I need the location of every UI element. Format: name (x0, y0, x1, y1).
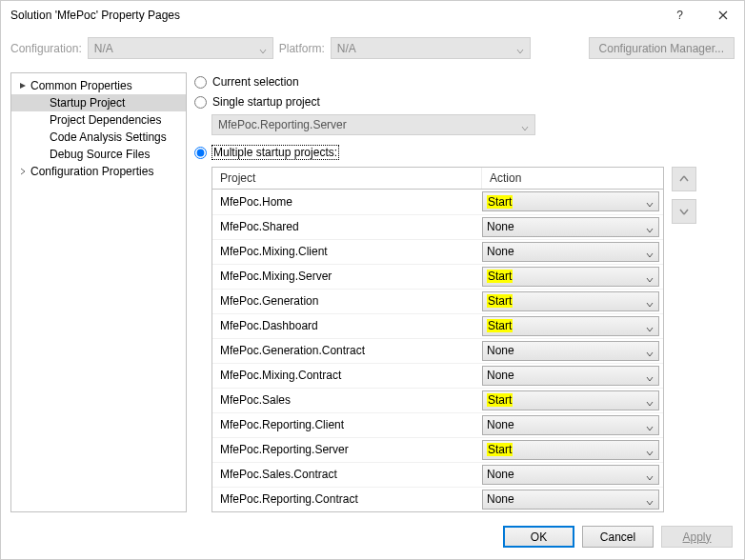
arrow-down-icon (679, 207, 689, 216)
radio-current-selection[interactable]: Current selection (194, 72, 735, 92)
project-name-cell: MfePoc.Sales (212, 393, 482, 407)
table-row[interactable]: MfePoc.Mixing.ClientNone (212, 239, 663, 264)
tree-item-configuration-properties[interactable]: Configuration Properties (11, 163, 186, 180)
radio-single-startup[interactable]: Single startup project (194, 92, 735, 112)
action-cell: None (482, 217, 663, 237)
action-value: None (487, 492, 514, 506)
action-value: None (487, 220, 514, 233)
action-combobox[interactable]: Start (482, 316, 659, 336)
action-combobox[interactable]: Start (482, 390, 659, 410)
window-title: Solution 'MfePoc' Property Pages (10, 9, 658, 22)
action-value: None (487, 418, 514, 431)
move-down-button (672, 199, 696, 224)
project-name-cell: MfePoc.Generation.Contract (212, 344, 482, 357)
action-combobox[interactable]: None (482, 366, 659, 386)
platform-value: N/A (337, 42, 356, 55)
chevron-down-icon (646, 348, 654, 361)
project-name-cell: MfePoc.Shared (212, 220, 482, 233)
action-value: Start (487, 393, 513, 407)
configuration-combobox: N/A (88, 37, 273, 59)
table-row[interactable]: MfePoc.GenerationStart (212, 289, 663, 313)
platform-combobox: N/A (331, 37, 531, 59)
expander-closed-icon[interactable] (17, 168, 29, 175)
action-combobox[interactable]: None (482, 415, 659, 435)
action-cell: Start (482, 191, 663, 211)
table-row[interactable]: MfePoc.SharedNone (212, 214, 663, 239)
table-header: Project Action (212, 168, 663, 190)
action-combobox[interactable]: Start (482, 440, 659, 460)
action-value: None (487, 468, 514, 481)
action-value: None (487, 245, 514, 258)
col-project[interactable]: Project (212, 168, 482, 189)
action-cell: None (482, 341, 663, 361)
titlebar: Solution 'MfePoc' Property Pages ? (1, 1, 744, 30)
configuration-manager-button: Configuration Manager... (589, 37, 735, 59)
table-row[interactable]: MfePoc.Mixing.ContractNone (212, 363, 663, 388)
table-row[interactable]: MfePoc.SalesStart (212, 388, 663, 412)
table-row[interactable]: MfePoc.Generation.ContractNone (212, 338, 663, 363)
table-row[interactable]: MfePoc.Reporting.ServerStart (212, 437, 663, 462)
action-cell: Start (482, 267, 663, 287)
tree-item-common-properties[interactable]: Common Properties (11, 77, 186, 94)
chevron-down-icon (646, 372, 654, 386)
platform-label: Platform: (279, 42, 325, 55)
content-panel: Current selection Single startup project… (194, 72, 735, 512)
action-combobox[interactable]: None (482, 242, 659, 262)
project-name-cell: MfePoc.Mixing.Client (212, 245, 482, 258)
configuration-label: Configuration: (10, 42, 82, 55)
chevron-down-icon (646, 471, 654, 485)
chevron-down-icon (646, 224, 654, 237)
tree-item-debug-source-files[interactable]: Debug Source Files (11, 146, 186, 163)
chevron-down-icon (516, 45, 524, 58)
project-name-cell: MfePoc.Reporting.Client (212, 418, 482, 431)
action-combobox[interactable]: None (482, 465, 659, 485)
radio-single-startup-input[interactable] (194, 96, 207, 109)
project-name-cell: MfePoc.Mixing.Server (212, 270, 482, 283)
chevron-down-icon (646, 298, 654, 311)
action-value: Start (487, 319, 513, 332)
close-button[interactable] (701, 1, 744, 30)
tree-item-project-dependencies[interactable]: Project Dependencies (11, 111, 186, 129)
action-combobox[interactable]: None (482, 341, 659, 361)
table-row[interactable]: MfePoc.Reporting.ClientNone (212, 412, 663, 437)
single-startup-combobox: MfePoc.Reporting.Server (211, 114, 535, 135)
table-row[interactable]: MfePoc.DashboardStart (212, 313, 663, 338)
tree-item-code-analysis-settings[interactable]: Code Analysis Settings (11, 129, 186, 146)
table-row[interactable]: MfePoc.Reporting.ContractNone (212, 487, 663, 511)
action-combobox[interactable]: Start (482, 267, 659, 287)
expander-open-icon[interactable] (17, 82, 29, 90)
table-row[interactable]: MfePoc.HomeStart (212, 190, 663, 214)
tree-item-startup-project[interactable]: Startup Project (11, 94, 186, 111)
ok-button[interactable]: OK (503, 526, 574, 548)
action-value: Start (487, 270, 513, 283)
action-combobox[interactable]: None (482, 217, 659, 237)
chevron-down-icon (646, 496, 654, 510)
action-value: None (487, 344, 514, 357)
nav-tree[interactable]: Common Properties Startup Project Projec… (10, 72, 187, 512)
action-combobox[interactable]: Start (482, 291, 659, 311)
action-combobox[interactable]: Start (482, 191, 659, 211)
chevron-down-icon (259, 45, 267, 58)
radio-multiple-startup[interactable]: Multiple startup projects: (194, 143, 735, 163)
chevron-down-icon (646, 273, 654, 287)
project-name-cell: MfePoc.Sales.Contract (212, 468, 482, 481)
table-row[interactable]: MfePoc.Sales.ContractNone (212, 462, 663, 487)
dialog-button-row: OK Cancel Apply (1, 512, 744, 559)
configuration-value: N/A (94, 42, 113, 55)
move-up-button (672, 167, 696, 191)
cancel-button[interactable]: Cancel (582, 526, 654, 548)
chevron-down-icon (646, 323, 654, 336)
project-name-cell: MfePoc.Generation (212, 294, 482, 308)
project-name-cell: MfePoc.Home (212, 195, 482, 209)
action-cell: Start (482, 316, 663, 336)
action-value: None (487, 369, 514, 382)
radio-multiple-startup-input[interactable] (194, 147, 207, 159)
project-name-cell: MfePoc.Reporting.Contract (212, 492, 482, 506)
help-button[interactable]: ? (658, 1, 701, 30)
chevron-down-icon (646, 397, 654, 410)
radio-current-selection-input[interactable] (194, 76, 207, 89)
table-row[interactable]: MfePoc.Mixing.ServerStart (212, 264, 663, 289)
action-combobox[interactable]: None (482, 490, 659, 510)
col-action[interactable]: Action (482, 168, 663, 189)
action-value: Start (487, 443, 513, 456)
